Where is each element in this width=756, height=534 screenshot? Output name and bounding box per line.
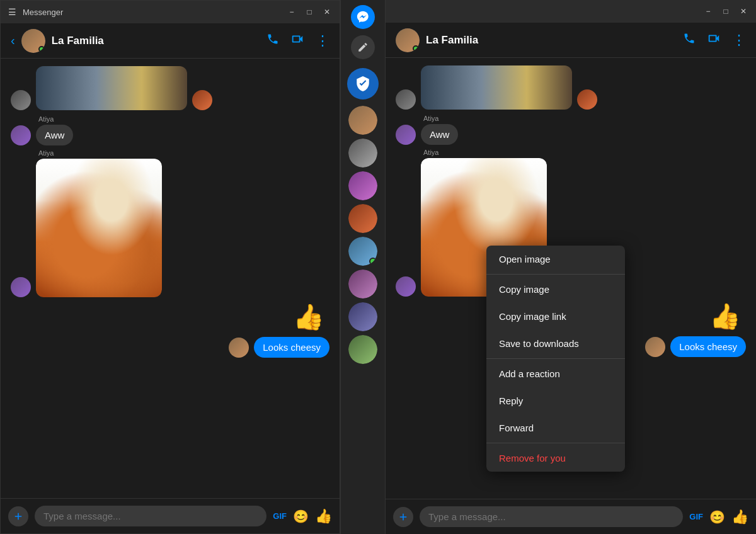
emoji-button[interactable]: 😊 bbox=[709, 509, 725, 525]
video-button[interactable] bbox=[290, 32, 304, 49]
copy-image-option[interactable]: Copy image bbox=[486, 276, 625, 303]
sender-name: Atiya bbox=[421, 149, 547, 156]
thumbs-up-reaction[interactable]: 👍 bbox=[709, 302, 741, 331]
gif-button[interactable]: GIF bbox=[689, 512, 703, 521]
remove-for-you-option[interactable]: Remove for you bbox=[486, 445, 625, 472]
message-row: Atiya Aww bbox=[11, 115, 329, 145]
video-button[interactable] bbox=[707, 31, 721, 48]
sidebar-contact[interactable] bbox=[348, 204, 377, 233]
extra-avatar bbox=[192, 90, 212, 110]
message-input[interactable] bbox=[35, 506, 266, 526]
close-button[interactable]: ✕ bbox=[738, 7, 748, 16]
group-avatar bbox=[21, 29, 45, 53]
message-bubble: Looks cheesy bbox=[670, 336, 746, 357]
message-content: Looks cheesy bbox=[670, 336, 746, 357]
add-content-button[interactable] bbox=[393, 507, 413, 527]
left-input-bar: GIF 😊 👍 bbox=[1, 498, 340, 533]
maximize-button[interactable]: □ bbox=[721, 7, 731, 16]
sender-avatar bbox=[396, 276, 416, 297]
thumbs-up-reaction[interactable]: 👍 bbox=[293, 302, 324, 332]
menu-divider bbox=[486, 358, 625, 359]
open-image-option[interactable]: Open image bbox=[486, 246, 625, 273]
food-image bbox=[36, 159, 162, 297]
sender-avatar bbox=[396, 89, 416, 110]
input-actions: GIF 😊 👍 bbox=[689, 509, 748, 525]
like-button[interactable]: 👍 bbox=[315, 508, 332, 525]
sender-avatar bbox=[11, 125, 31, 145]
menu-divider bbox=[486, 443, 625, 443]
message-content: Atiya Aww bbox=[421, 115, 458, 145]
window-controls: − □ ✕ bbox=[703, 7, 748, 16]
cat-image bbox=[36, 66, 187, 110]
input-actions: GIF 😊 👍 bbox=[273, 508, 332, 525]
online-dot bbox=[369, 258, 377, 265]
security-shield[interactable] bbox=[347, 68, 379, 99]
message-content: Atiya Aww bbox=[36, 115, 73, 145]
sender-avatar bbox=[229, 338, 249, 358]
left-chat-header: ‹ La Familia ⋮ bbox=[1, 23, 340, 59]
left-messenger-window: ☰ Messenger − □ ✕ ‹ La Familia ⋮ bbox=[0, 0, 340, 534]
title-bar-left: ☰ Messenger bbox=[8, 7, 63, 17]
header-actions: ⋮ bbox=[683, 31, 746, 48]
message-bubble: Aww bbox=[36, 125, 73, 145]
message-row: Looks cheesy bbox=[11, 337, 329, 358]
sender-name: Atiya bbox=[36, 149, 162, 157]
left-messages-area: Atiya Aww Atiya 👍 Looks cheesy bbox=[1, 59, 340, 498]
message-content: Atiya bbox=[36, 149, 162, 297]
sender-avatar bbox=[396, 125, 416, 145]
sender-name: Atiya bbox=[36, 115, 73, 123]
more-button[interactable]: ⋮ bbox=[316, 33, 329, 49]
copy-image-link-option[interactable]: Copy image link bbox=[486, 303, 625, 330]
emoji-button[interactable]: 😊 bbox=[293, 509, 309, 524]
sidebar-contact[interactable] bbox=[348, 270, 377, 298]
group-avatar bbox=[396, 28, 420, 52]
call-button[interactable] bbox=[266, 33, 279, 48]
message-row bbox=[396, 65, 746, 110]
sidebar-contact[interactable] bbox=[348, 171, 377, 200]
call-button[interactable] bbox=[683, 32, 696, 48]
message-row: Atiya Aww bbox=[396, 115, 746, 145]
compose-button[interactable] bbox=[351, 35, 375, 59]
app-title: Messenger bbox=[23, 8, 63, 17]
minimize-button[interactable]: − bbox=[287, 8, 297, 16]
reply-option[interactable]: Reply bbox=[486, 387, 625, 414]
group-name: La Familia bbox=[52, 35, 266, 47]
message-row bbox=[11, 66, 329, 110]
message-content: Looks cheesy bbox=[254, 337, 329, 358]
online-indicator bbox=[413, 45, 419, 52]
sidebar-contact[interactable] bbox=[348, 302, 377, 331]
sidebar-contact[interactable] bbox=[348, 139, 377, 168]
sidebar-contact[interactable] bbox=[348, 106, 377, 135]
message-input[interactable] bbox=[420, 506, 683, 527]
right-chat-header: La Familia ⋮ bbox=[386, 23, 756, 58]
sidebar-contact[interactable] bbox=[348, 335, 377, 364]
forward-option[interactable]: Forward bbox=[486, 414, 625, 441]
add-reaction-option[interactable]: Add a reaction bbox=[486, 360, 625, 387]
menu-icon[interactable]: ☰ bbox=[8, 7, 16, 17]
gif-button[interactable]: GIF bbox=[273, 511, 287, 521]
extra-avatar bbox=[577, 89, 597, 110]
cat-image bbox=[421, 65, 572, 110]
maximize-button[interactable]: □ bbox=[304, 8, 314, 16]
message-content bbox=[421, 65, 572, 110]
message-row: 👍 bbox=[11, 302, 329, 332]
contacts-sidebar bbox=[340, 0, 386, 534]
context-menu: Open image Copy image Copy image link Sa… bbox=[486, 246, 625, 472]
sender-name: Atiya bbox=[421, 115, 458, 122]
back-button[interactable]: ‹ bbox=[11, 33, 15, 48]
sender-avatar bbox=[11, 90, 31, 110]
right-input-bar: GIF 😊 👍 bbox=[386, 499, 756, 534]
sidebar-contact[interactable] bbox=[348, 237, 377, 266]
message-bubble: Aww bbox=[421, 124, 458, 145]
add-content-button[interactable] bbox=[8, 506, 28, 526]
header-actions: ⋮ bbox=[266, 32, 329, 49]
sender-avatar bbox=[11, 277, 31, 297]
sender-avatar bbox=[645, 337, 665, 357]
like-button[interactable]: 👍 bbox=[731, 509, 748, 525]
more-button[interactable]: ⋮ bbox=[732, 32, 746, 48]
message-row: Atiya bbox=[11, 149, 329, 297]
right-messenger-window: − □ ✕ La Familia ⋮ bbox=[386, 0, 756, 534]
minimize-button[interactable]: − bbox=[703, 7, 713, 16]
save-to-downloads-option[interactable]: Save to downloads bbox=[486, 330, 625, 357]
close-button[interactable]: ✕ bbox=[322, 8, 332, 16]
